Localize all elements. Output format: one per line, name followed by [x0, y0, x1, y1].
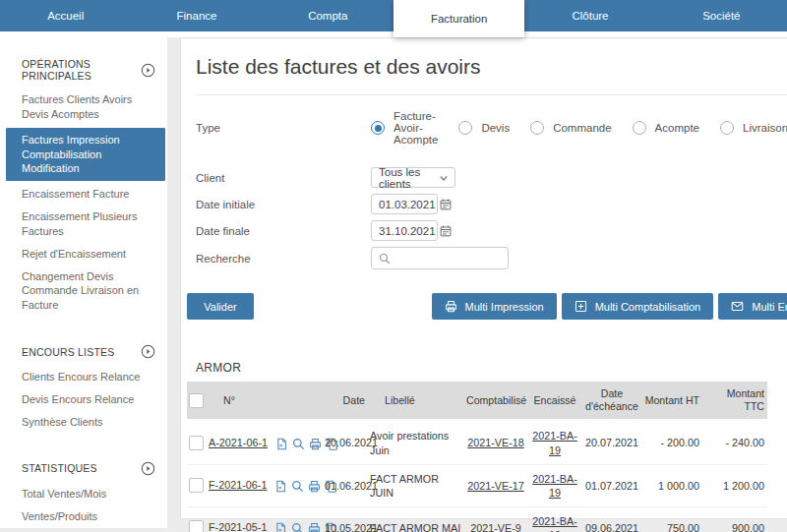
amount-ttc: 1 200.00 [702, 464, 767, 506]
multi-email-button[interactable]: Multi Email [718, 293, 787, 320]
tab-societe[interactable]: Société [656, 0, 787, 31]
radio-circle [633, 121, 646, 135]
sidebar-item-rejet-encaissement[interactable]: Rejet d'Encaissement [0, 243, 167, 266]
multi-accounting-button[interactable]: Multi Comptabilisation [562, 293, 714, 320]
client-label: Client [196, 172, 371, 184]
expand-circle-icon[interactable] [141, 461, 155, 476]
sidebar-item-ventes-produits[interactable]: Ventes/Produits [0, 505, 167, 528]
col-amount-ttc: Montant TTC [702, 382, 767, 421]
col-label: Libellé [368, 382, 464, 421]
multi-print-button[interactable]: Multi Impression [432, 293, 557, 320]
search-box[interactable] [371, 247, 509, 269]
search-icon [379, 253, 391, 265]
type-label: Type [196, 122, 371, 134]
search-label: Recherche [196, 253, 371, 265]
date-start-input[interactable]: 01.03.2021 [371, 194, 438, 214]
search-icon[interactable] [292, 438, 305, 450]
col-due-date: Date d'échéance [582, 382, 641, 421]
sidebar-item-synthese-clients[interactable]: Synthèse Clients [0, 411, 167, 434]
sidebar-item-factures-impression[interactable]: Factures Impression Comptabilisation Mod… [6, 128, 165, 182]
tab-accueil[interactable]: Accueil [0, 0, 131, 31]
invoice-number-link[interactable]: F-2021-05-1 [209, 521, 267, 532]
radio-devis[interactable]: Devis [458, 121, 510, 135]
sidebar-section-header: STATISTIQUES [0, 457, 167, 483]
search-input[interactable] [395, 253, 501, 265]
calendar-icon[interactable] [440, 225, 452, 237]
due-date: 20.07.2021 [582, 421, 641, 464]
date-end-input[interactable]: 31.10.2021 [371, 220, 438, 241]
search-icon[interactable] [291, 522, 304, 532]
col-amount-ht: Montant HT [641, 382, 702, 421]
table-row: A-2021-06-1 20.06.2021 Avoir prestations… [187, 421, 767, 464]
printer-icon[interactable] [309, 438, 322, 450]
sidebar-section-header: ENCOURS LISTES [0, 340, 167, 366]
calendar-icon[interactable] [440, 199, 452, 210]
search-icon[interactable] [291, 480, 304, 493]
sidebar-item-ventes-clients[interactable]: Ventes/Clients [0, 527, 167, 532]
pdf-document-icon[interactable] [274, 480, 287, 493]
sidebar-section-statistiques: STATISTIQUES Total Ventes/Mois Ventes/Pr… [0, 457, 167, 532]
invoice-date: 20.06.2021 [323, 421, 368, 464]
sidebar-section-title: OPÉRATIONS PRINCIPALES [22, 58, 141, 82]
radio-livraison[interactable]: Livraison [720, 121, 787, 135]
sidebar-item-total-ventes-mois[interactable]: Total Ventes/Mois [0, 483, 167, 505]
printer-icon[interactable] [308, 522, 321, 532]
col-number: N° [207, 382, 323, 421]
plus-square-icon [575, 300, 587, 313]
expand-circle-icon[interactable] [141, 63, 155, 78]
tab-facturation[interactable]: Facturation [394, 0, 524, 37]
cashed-link[interactable]: 2021-BA-10 [532, 515, 577, 532]
amount-ttc: - 240.00 [702, 421, 767, 464]
client-group-title: ARMOR [196, 361, 787, 375]
sidebar-section-title: ENCOURS LISTES [22, 346, 114, 358]
sidebar-item-factures-clients[interactable]: Factures Clients Avoirs Devis Acomptes [0, 89, 167, 126]
date-end-value: 31.10.2021 [379, 225, 436, 237]
col-cashed: Encaissé [527, 382, 582, 421]
col-date: Date [323, 382, 368, 421]
invoice-number-link[interactable]: A-2021-06-1 [209, 437, 268, 448]
tab-finance[interactable]: Finance [131, 0, 262, 31]
printer-icon [445, 300, 457, 313]
sidebar-item-encaissement-facture[interactable]: Encaissement Facture [0, 183, 167, 206]
row-checkbox[interactable] [189, 478, 204, 493]
date-start-label: Date initiale [196, 199, 371, 210]
invoice-date: 01.06.2021 [323, 464, 368, 506]
sidebar-item-devis-encours[interactable]: Devis Encours Relance [0, 388, 167, 411]
accounted-link[interactable]: 2021-VE-9 [470, 522, 521, 532]
multi-actions-group: Multi Impression Multi Comptabilisation … [432, 293, 787, 320]
radio-commande[interactable]: Commande [530, 121, 611, 135]
tab-compta[interactable]: Compta [263, 0, 394, 31]
client-select-value: Tous les clients [379, 166, 434, 190]
main-panel: Liste des factures et des avoirs Type Fa… [180, 37, 787, 519]
invoice-table: N° Date Libellé Comptabilisé Encaissé Da… [187, 382, 767, 532]
tab-cloture[interactable]: Clôture [524, 0, 655, 31]
date-start-value: 01.03.2021 [379, 199, 436, 210]
accounted-link[interactable]: 2021-VE-17 [467, 480, 524, 492]
radio-facture-avoir-acompte[interactable]: Facture-Avoir-Acompte [371, 110, 438, 146]
row-checkbox[interactable] [189, 436, 204, 450]
sidebar-section-title: STATISTIQUES [22, 462, 97, 474]
expand-circle-icon[interactable] [141, 344, 155, 359]
sidebar-item-changement-devis[interactable]: Changement Devis Commande Livraison en F… [0, 266, 167, 318]
mail-icon [731, 300, 744, 313]
printer-icon[interactable] [308, 480, 321, 493]
invoice-label: FACT ARMOR JUIN [368, 464, 464, 506]
accounted-link[interactable]: 2021-VE-18 [467, 437, 524, 448]
validate-button[interactable]: Valider [187, 293, 254, 320]
sidebar-item-clients-encours[interactable]: Clients Encours Relance [0, 366, 167, 388]
cashed-link[interactable]: 2021-BA-19 [532, 473, 577, 499]
pdf-document-icon[interactable] [275, 438, 288, 450]
row-checkbox[interactable] [189, 520, 204, 532]
radio-circle [720, 121, 734, 135]
client-select[interactable]: Tous les clients [371, 167, 455, 188]
radio-circle [371, 121, 385, 135]
radio-acompte[interactable]: Acompte [633, 121, 699, 135]
cashed-link[interactable]: 2021-BA-19 [532, 430, 577, 455]
pdf-document-icon[interactable] [274, 522, 287, 532]
select-all-checkbox[interactable] [189, 393, 204, 408]
invoice-label: Avoir prestations Juin [368, 421, 464, 464]
filter-form: Type Facture-Avoir-Acompte Devis Comm [196, 95, 787, 269]
sidebar-item-encaissement-plusieurs[interactable]: Encaissement Plusieurs Factures [0, 206, 167, 243]
sidebar-section-operations: OPÉRATIONS PRINCIPALES Factures Clients … [0, 54, 167, 317]
invoice-number-link[interactable]: F-2021-06-1 [209, 479, 267, 491]
